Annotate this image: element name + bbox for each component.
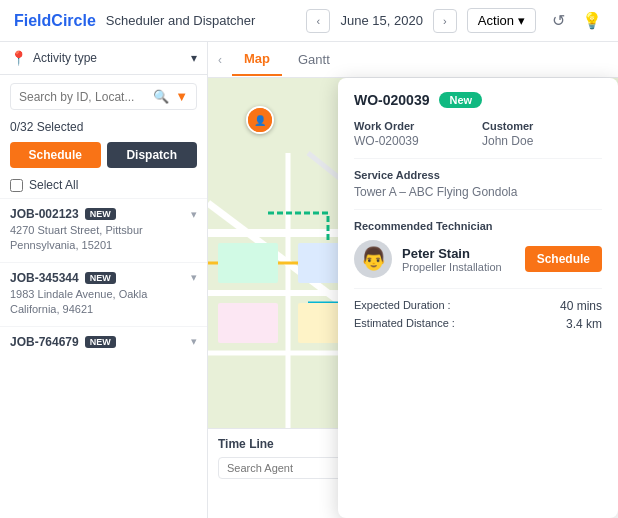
action-buttons-row: Schedule Dispatch: [0, 136, 207, 174]
service-address-value: Tower A – ABC Flying Gondola: [354, 185, 602, 199]
expected-duration-value: 40 mins: [480, 299, 602, 313]
job-id: JOB-345344: [10, 271, 79, 285]
job-id: JOB-002123: [10, 207, 79, 221]
filter-icon: ▼: [175, 89, 188, 104]
search-input[interactable]: [19, 90, 147, 104]
select-all-row: Select All: [0, 174, 207, 198]
app-logo: FieldCircle: [14, 12, 96, 30]
job-item[interactable]: JOB-345344 NEW ▾ 1983 Lindale Avenue, Oa…: [0, 262, 207, 326]
popup-header: WO-020039 New: [354, 92, 602, 108]
select-all-checkbox[interactable]: [10, 179, 23, 192]
tech-avatar: 👨: [354, 240, 392, 278]
svg-rect-19: [218, 303, 278, 343]
estimated-distance-value: 3.4 km: [480, 317, 602, 331]
timeline-search[interactable]: [218, 457, 358, 479]
select-all-label: Select All: [29, 178, 78, 192]
left-panel: 📍 Activity type ▾ 🔍 ▼ 0/32 Selected Sche…: [0, 42, 208, 518]
work-order-label: Work Order: [354, 120, 474, 132]
tabs-prev-arrow[interactable]: ‹: [218, 53, 222, 67]
job-chevron-icon: ▾: [191, 208, 197, 221]
schedule-button[interactable]: Schedule: [10, 142, 101, 168]
map-tabs: ‹ Map Gantt: [208, 42, 618, 78]
estimated-distance-label: Estimated Distance :: [354, 317, 476, 331]
search-agent-input[interactable]: [227, 462, 349, 474]
tech-info: Peter Stain Propeller Installation: [402, 246, 515, 273]
popup-wo-id: WO-020039: [354, 92, 429, 108]
search-bar[interactable]: 🔍 ▼: [10, 83, 197, 110]
job-item[interactable]: JOB-764679 NEW ▾: [0, 326, 207, 357]
recommended-tech-label: Recommended Technician: [354, 220, 602, 232]
customer-label: Customer: [482, 120, 602, 132]
date-label: June 15, 2020: [340, 13, 422, 28]
activity-filter-row: 📍 Activity type ▾: [0, 42, 207, 75]
action-button[interactable]: Action ▾: [467, 8, 536, 33]
popup-schedule-button[interactable]: Schedule: [525, 246, 602, 272]
search-icon: 🔍: [153, 89, 169, 104]
job-address: 4270 Stuart Street, Pittsbur Pennsylvani…: [10, 223, 197, 254]
map-pin-1[interactable]: 👤: [246, 106, 274, 134]
popup-footer: Expected Duration : 40 mins Estimated Di…: [354, 299, 602, 331]
activity-filter-select[interactable]: Activity type ▾: [33, 51, 197, 65]
work-order-popup: WO-020039 New Work Order WO-020039 Custo…: [338, 78, 618, 518]
popup-grid: Work Order WO-020039 Customer John Doe: [354, 120, 602, 159]
expected-duration-label: Expected Duration :: [354, 299, 476, 313]
service-address-section: Service Address Tower A – ABC Flying Gon…: [354, 169, 602, 210]
tech-role: Propeller Installation: [402, 261, 515, 273]
job-list: JOB-002123 NEW ▾ 4270 Stuart Street, Pit…: [0, 198, 207, 518]
refresh-icon[interactable]: ↺: [546, 9, 570, 33]
job-address: 1983 Lindale Avenue, Oakla California, 9…: [10, 287, 197, 318]
customer-value: John Doe: [482, 134, 602, 148]
job-badge: NEW: [85, 272, 116, 284]
popup-status-badge: New: [439, 92, 482, 108]
job-chevron-icon: ▾: [191, 335, 197, 348]
right-panel: ‹ Map Gantt: [208, 42, 618, 518]
service-address-label: Service Address: [354, 169, 602, 181]
next-date-button[interactable]: ›: [433, 9, 457, 33]
app-header: FieldCircle Scheduler and Dispatcher ‹ J…: [0, 0, 618, 42]
work-order-value: WO-020039: [354, 134, 474, 148]
tab-map[interactable]: Map: [232, 43, 282, 76]
job-badge: NEW: [85, 336, 116, 348]
tab-gantt[interactable]: Gantt: [286, 44, 342, 75]
dispatch-button[interactable]: Dispatch: [107, 142, 198, 168]
prev-date-button[interactable]: ‹: [306, 9, 330, 33]
location-icon: 📍: [10, 50, 27, 66]
selected-count: 0/32 Selected: [0, 118, 207, 136]
notification-icon[interactable]: 💡: [580, 9, 604, 33]
main-layout: 📍 Activity type ▾ 🔍 ▼ 0/32 Selected Sche…: [0, 42, 618, 518]
job-chevron-icon: ▾: [191, 271, 197, 284]
job-item[interactable]: JOB-002123 NEW ▾ 4270 Stuart Street, Pit…: [0, 198, 207, 262]
job-id: JOB-764679: [10, 335, 79, 349]
job-badge: NEW: [85, 208, 116, 220]
header-title: Scheduler and Dispatcher: [106, 13, 256, 28]
tech-name: Peter Stain: [402, 246, 515, 261]
svg-rect-12: [218, 243, 278, 283]
popup-tech-row: 👨 Peter Stain Propeller Installation Sch…: [354, 240, 602, 289]
